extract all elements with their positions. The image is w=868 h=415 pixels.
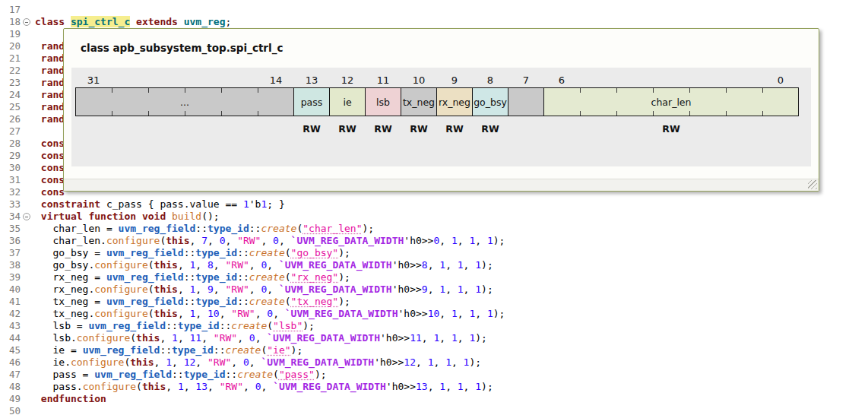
line-number: 21 xyxy=(0,52,21,65)
line-number: 46 xyxy=(0,356,21,369)
bit-tick xyxy=(653,111,654,116)
code-line-41[interactable]: 41 tx_neg = uvm_reg_field::type_id::crea… xyxy=(0,296,868,308)
line-number: 24 xyxy=(0,89,21,101)
line-number: 39 xyxy=(0,271,21,284)
line-number: 35 xyxy=(0,223,21,235)
code-line-38[interactable]: 38 go_bsy.configure(this, 1, 8, "RW", 0,… xyxy=(0,259,868,271)
code-line-45[interactable]: 45 ie = uvm_reg_field::type_id::create("… xyxy=(0,344,868,356)
register-field-upper-bits: 3114... xyxy=(75,71,294,135)
field-access-label xyxy=(75,123,294,135)
fold-margin xyxy=(21,369,35,381)
line-number: 27 xyxy=(0,125,21,138)
fold-region[interactable] xyxy=(21,16,35,28)
fold-margin xyxy=(21,247,35,259)
fold-margin xyxy=(21,284,35,296)
popup-status-bar xyxy=(64,179,819,191)
code-line-43[interactable]: 43 lsb = uvm_reg_field::type_id::create(… xyxy=(0,320,868,332)
fold-margin xyxy=(21,223,35,235)
bit-tick xyxy=(689,111,690,116)
code-line-47[interactable]: 47 pass = uvm_reg_field::type_id::create… xyxy=(0,369,868,381)
field-access-label xyxy=(508,123,544,135)
bit-index-labels: 12 xyxy=(329,71,366,87)
fold-margin xyxy=(21,77,35,89)
fold-margin xyxy=(21,405,35,415)
code-line-18[interactable]: 18class spi_ctrl_c extends uvm_reg; xyxy=(0,16,868,28)
line-number: 49 xyxy=(0,393,21,405)
code-text: rand xyxy=(35,65,65,76)
fold-margin xyxy=(21,28,35,40)
line-number: 47 xyxy=(0,369,21,381)
field-box: rx_neg xyxy=(436,87,473,116)
line-number: 36 xyxy=(0,235,21,247)
bit-index-labels: 9 xyxy=(436,71,473,87)
bit-tick xyxy=(221,88,222,93)
code-text: lsb = uvm_reg_field::type_id::create("ls… xyxy=(35,320,315,331)
line-number: 20 xyxy=(0,40,21,52)
field-name-label: ... xyxy=(180,97,189,108)
code-text: ie.configure(this, 1, 12, "RW", 0, `UVM_… xyxy=(35,356,481,368)
bit-tick xyxy=(616,88,617,93)
line-number: 41 xyxy=(0,296,21,308)
register-field-reserved-bit-7: 7 xyxy=(508,71,544,135)
resize-grip-icon[interactable] xyxy=(808,180,817,189)
code-line-42[interactable]: 42 tx_neg.configure(this, 1, 10, "RW", 0… xyxy=(0,308,868,320)
fold-margin xyxy=(21,113,35,125)
line-number: 17 xyxy=(0,4,21,16)
code-text: rand xyxy=(35,40,65,52)
code-line-44[interactable]: 44 lsb.configure(this, 1, 11, "RW", 0, `… xyxy=(0,332,868,344)
line-number: 32 xyxy=(0,186,21,198)
fold-margin xyxy=(21,138,35,150)
fold-margin xyxy=(21,52,35,65)
code-line-49[interactable]: 49 endfunction xyxy=(0,393,868,405)
line-number: 43 xyxy=(0,320,21,332)
code-line-34[interactable]: 34 virtual function void build(); xyxy=(0,211,868,223)
code-line-46[interactable]: 46 ie.configure(this, 1, 12, "RW", 0, `U… xyxy=(0,356,868,369)
code-line-33[interactable]: 33 constraint c_pass { pass.value == 1'b… xyxy=(0,198,868,211)
fold-margin xyxy=(21,356,35,369)
bit-tick xyxy=(580,88,581,93)
bit-tick xyxy=(185,88,185,93)
bit-tick xyxy=(258,111,258,116)
fold-region[interactable] xyxy=(21,211,35,223)
field-access-label: RW xyxy=(365,123,401,135)
bit-tick xyxy=(221,111,222,116)
hover-popup: class apb_subsystem_top.spi_ctrl_c 3114.… xyxy=(63,28,819,192)
field-box: ie xyxy=(329,87,366,116)
line-number: 30 xyxy=(0,162,21,174)
code-text: cons xyxy=(35,138,65,149)
field-name-label: ie xyxy=(343,97,351,108)
code-line-35[interactable]: 35 char_len = uvm_reg_field::type_id::cr… xyxy=(0,223,868,235)
fold-collapse-icon[interactable] xyxy=(23,18,30,26)
field-name-label: tx_neg xyxy=(403,97,435,108)
field-access-label: RW xyxy=(543,123,799,135)
field-name-label: rx_neg xyxy=(439,97,470,108)
field-access-label: RW xyxy=(293,123,330,135)
line-number: 25 xyxy=(0,101,21,113)
code-line-36[interactable]: 36 char_len.configure(this, 7, 0, "RW", … xyxy=(0,235,868,247)
code-line-48[interactable]: 48 pass.configure(this, 1, 13, "RW", 0, … xyxy=(0,381,868,393)
code-line-37[interactable]: 37 go_bsy = uvm_reg_field::type_id::crea… xyxy=(0,247,868,259)
code-text: lsb.configure(this, 1, 11, "RW", 0, `UVM… xyxy=(35,332,487,344)
popup-title: class apb_subsystem_top.spi_ctrl_c xyxy=(64,29,819,54)
code-text: tx_neg = uvm_reg_field::type_id::create(… xyxy=(35,296,350,307)
code-text: rx_neg = uvm_reg_field::type_id::create(… xyxy=(35,271,350,283)
code-line-17[interactable]: 17 xyxy=(0,4,868,16)
code-line-39[interactable]: 39 rx_neg = uvm_reg_field::type_id::crea… xyxy=(0,271,868,284)
bit-tick xyxy=(762,111,763,116)
fold-margin xyxy=(21,150,35,162)
code-text: go_bsy.configure(this, 1, 8, "RW", 0, `U… xyxy=(35,259,493,271)
bit-index-labels: 11 xyxy=(365,71,401,87)
line-number: 50 xyxy=(0,405,21,415)
line-number: 40 xyxy=(0,284,21,296)
fold-collapse-icon[interactable] xyxy=(23,213,30,220)
fold-margin xyxy=(21,101,35,113)
fold-margin xyxy=(21,332,35,344)
line-number: 26 xyxy=(0,113,21,125)
line-number: 38 xyxy=(0,259,21,271)
code-text: rand xyxy=(35,113,65,125)
code-line-50[interactable]: 50 xyxy=(0,405,868,415)
register-bitfield-diagram: 3114...13passRW12ieRW11lsbRW10tx_negRW9r… xyxy=(75,71,805,135)
code-line-40[interactable]: 40 rx_neg.configure(this, 1, 9, "RW", 0,… xyxy=(0,284,868,296)
code-text: go_bsy = uvm_reg_field::type_id::create(… xyxy=(35,247,350,258)
bit-tick xyxy=(689,88,690,93)
